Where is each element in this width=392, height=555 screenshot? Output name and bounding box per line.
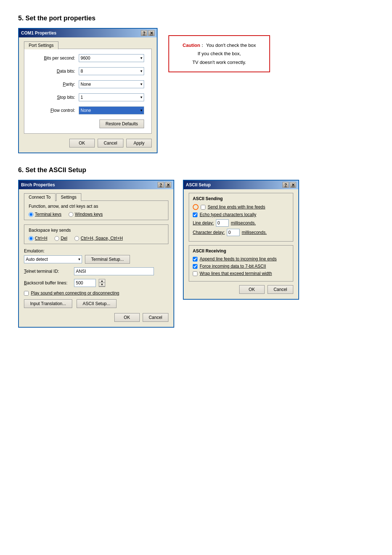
function-keys-label: Function, arrow, and ctrl keys act as <box>29 204 164 209</box>
terminal-keys-option[interactable]: Terminal keys <box>29 212 61 217</box>
emulation-select-wrapper: Auto detect <box>24 255 82 263</box>
windows-keys-option[interactable]: Windows keys <box>69 212 103 217</box>
section6-heading: 6. Set the ASCII Setup <box>18 166 374 174</box>
section5-heading: 5. Set the port properties <box>18 15 374 22</box>
del-radio[interactable] <box>54 236 59 241</box>
apply-button[interactable]: Apply <box>126 139 152 147</box>
caution-line3: TV doesn't work correctly. <box>176 58 262 66</box>
ascii-cancel-button[interactable]: Cancel <box>268 285 293 294</box>
tab-settings[interactable]: Settings <box>56 193 81 201</box>
ctrl-h-space-label: Ctrl+H, Space, Ctrl+H <box>81 236 123 241</box>
del-label: Del <box>61 236 67 241</box>
backscroll-input[interactable] <box>74 279 96 287</box>
section6-layout: Birch Properties ? ✕ Connect To Settings <box>18 180 374 328</box>
parity-row: Parity: None <box>32 80 144 88</box>
com1-title: COM1 Properties <box>21 31 141 36</box>
wrap-row: Wrap lines that exceed terminal width <box>193 271 289 276</box>
backspace-radio-row: Ctrl+H Del Ctrl+H, Space, Ctrl+H <box>29 236 164 241</box>
ascii-receiving-section: ASCII Receiving Append line feeds to inc… <box>189 245 293 281</box>
ascii-button-row: OK Cancel <box>189 285 293 294</box>
ok-button[interactable]: OK <box>69 139 95 147</box>
caution-word: Caution <box>183 42 200 48</box>
ascii-setup-button[interactable]: ASCII Setup... <box>77 299 117 308</box>
terminal-setup-button[interactable]: Terminal Setup... <box>85 255 130 264</box>
com1-content: Port Settings Bits per second: 9600 <box>19 37 157 153</box>
unchecked-indicator <box>193 204 199 210</box>
flow-select[interactable]: None <box>79 106 144 114</box>
telnet-input[interactable] <box>74 267 154 275</box>
ascii-receiving-title: ASCII Receiving <box>193 248 289 254</box>
databits-select-wrapper: 8 <box>79 67 144 75</box>
parity-select-wrapper: None <box>79 80 144 88</box>
parity-select[interactable]: None <box>79 80 144 88</box>
birch-help-button[interactable]: ? <box>158 182 164 188</box>
close-button[interactable]: ✕ <box>148 30 155 36</box>
ascii-ok-button[interactable]: OK <box>239 285 265 294</box>
play-sound-checkbox[interactable] <box>24 291 29 296</box>
databits-label: Data bits: <box>32 69 75 74</box>
birch-ok-button[interactable]: OK <box>114 313 140 322</box>
caution-line1: Caution： You don't check the box <box>176 41 262 49</box>
terminal-keys-label: Terminal keys <box>35 212 61 217</box>
wrap-label: Wrap lines that exceed terminal width <box>200 271 272 276</box>
terminal-keys-radio[interactable] <box>29 212 33 217</box>
databits-select[interactable]: 8 <box>79 67 144 75</box>
force-checkbox[interactable] <box>193 264 197 269</box>
flow-control-row: Flow control: None <box>32 106 144 114</box>
birch-content: Connect To Settings Function, arrow, and… <box>19 189 173 327</box>
caution-line2: If you check the box, <box>176 49 262 58</box>
telnet-row: Telnet terminal ID: <box>24 267 168 275</box>
del-option[interactable]: Del <box>54 236 67 241</box>
ctrl-h-space-option[interactable]: Ctrl+H, Space, Ctrl+H <box>74 236 123 241</box>
ascii-sending-section: ASCII Sending Send line ends with line f… <box>189 193 293 242</box>
ctrl-h-space-radio[interactable] <box>74 236 79 241</box>
backspace-label: Backspace key sends <box>29 228 164 233</box>
function-keys-group: Function, arrow, and ctrl keys act as Te… <box>24 200 168 220</box>
restore-defaults-button[interactable]: Restore Defaults <box>99 119 144 128</box>
append-row: Append line feeds to incoming line ends <box>193 256 289 262</box>
birch-button-row: OK Cancel <box>24 313 168 322</box>
char-delay-input[interactable] <box>227 229 240 236</box>
emulation-select[interactable]: Auto detect <box>24 255 82 263</box>
send-line-ends-checkbox[interactable] <box>201 205 205 210</box>
birch-close-button[interactable]: ✕ <box>165 182 171 188</box>
backscroll-spinner: ▲ ▼ <box>99 279 105 287</box>
flow-select-wrapper: None <box>79 106 144 114</box>
echo-checkbox[interactable] <box>193 212 197 217</box>
stop-bits-row: Stop bits: 1 <box>32 93 144 101</box>
ascii-help-button[interactable]: ? <box>282 182 289 188</box>
line-delay-input[interactable] <box>216 219 229 227</box>
spinner-up[interactable]: ▲ <box>99 279 105 283</box>
append-checkbox[interactable] <box>193 257 197 262</box>
ascii-title: ASCII Setup <box>186 182 282 187</box>
char-delay-unit: milliseconds. <box>242 230 267 235</box>
function-keys-radio-row: Terminal keys Windows keys <box>29 212 164 217</box>
backspace-group: Backspace key sends Ctrl+H Del Ctrl+H <box>24 224 168 244</box>
tab-port-settings[interactable]: Port Settings <box>24 41 58 49</box>
bits-select[interactable]: 9600 <box>79 54 144 62</box>
input-translation-button[interactable]: Input Translation... <box>24 299 72 308</box>
birch-cancel-button[interactable]: Cancel <box>143 313 168 322</box>
com1-button-row: OK Cancel Apply <box>24 139 152 147</box>
parity-label: Parity: <box>32 82 75 87</box>
ascii-sending-title: ASCII Sending <box>193 196 289 201</box>
char-delay-row: Character delay: milliseconds. <box>193 229 289 236</box>
stopbits-label: Stop bits: <box>32 95 75 100</box>
stopbits-select[interactable]: 1 <box>79 93 144 101</box>
line-delay-label: Line delay: <box>193 220 214 226</box>
tab-bar: Port Settings <box>24 41 152 49</box>
line-delay-row: Line delay: milliseconds. <box>193 219 289 227</box>
help-button[interactable]: ? <box>141 30 147 36</box>
windows-keys-radio[interactable] <box>69 212 73 217</box>
cancel-button[interactable]: Cancel <box>98 139 123 147</box>
wrap-checkbox[interactable] <box>193 271 197 276</box>
ascii-close-button[interactable]: ✕ <box>290 182 296 188</box>
backscroll-label: Backscroll buffer lines: <box>24 280 71 285</box>
ctrl-h-radio[interactable] <box>29 236 33 241</box>
section5: 5. Set the port properties COM1 Properti… <box>18 15 374 153</box>
ascii-setup-dialog: ASCII Setup ? ✕ ASCII Sending Send line … <box>183 180 299 300</box>
spinner-down[interactable]: ▼ <box>99 283 105 287</box>
ctrl-h-option[interactable]: Ctrl+H <box>29 236 47 241</box>
tab-connect-to[interactable]: Connect To <box>24 193 56 201</box>
birch-tab-bar: Connect To Settings <box>24 193 168 201</box>
